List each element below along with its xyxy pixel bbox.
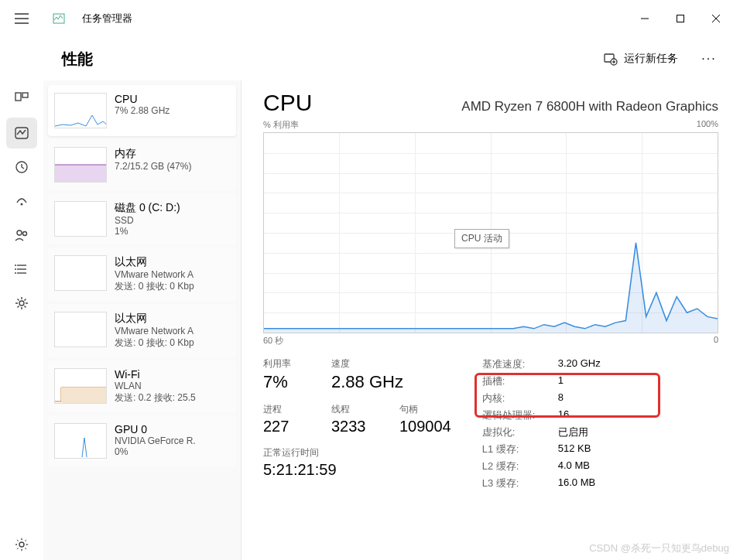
svg-point-16 bbox=[21, 203, 23, 206]
gpu-thumb bbox=[54, 423, 107, 459]
svg-point-23 bbox=[15, 268, 16, 270]
cpu-details-list: 基准速度:3.20 GHz 插槽:1 内核:8 逻辑处理器:16 虚拟化:已启用… bbox=[482, 357, 601, 490]
stat-value-utilization: 7% bbox=[263, 372, 310, 392]
sidebar-item-label: 以太网 bbox=[115, 255, 230, 269]
sidebar-item-label: Wi-Fi bbox=[115, 368, 230, 381]
run-new-task-button[interactable]: 运行新任务 bbox=[594, 47, 687, 70]
titlebar: 任务管理器 bbox=[0, 0, 740, 37]
minimize-button[interactable] bbox=[627, 6, 663, 31]
maximize-button[interactable] bbox=[663, 6, 698, 31]
page-title: 性能 bbox=[62, 49, 93, 70]
svg-rect-12 bbox=[15, 93, 21, 101]
sidebar-item-label: 磁盘 0 (C: D:) bbox=[115, 201, 230, 215]
chart-label-bl: 60 秒 bbox=[263, 335, 283, 347]
hamburger-menu-button[interactable] bbox=[6, 3, 37, 34]
nav-performance[interactable] bbox=[6, 118, 37, 149]
svg-point-24 bbox=[15, 272, 16, 274]
sidebar-item-ethernet-2[interactable]: 以太网VMware Network A发送: 0 接收: 0 Kbp bbox=[48, 304, 236, 357]
nav-app-history[interactable] bbox=[6, 152, 37, 183]
disk-thumb bbox=[54, 201, 107, 237]
performance-sidebar[interactable]: CPU7% 2.88 GHz 内存7.2/15.2 GB (47%) 磁盘 0 … bbox=[43, 80, 242, 560]
nav-settings[interactable] bbox=[6, 529, 37, 560]
run-task-icon bbox=[604, 52, 618, 66]
hamburger-icon bbox=[15, 13, 29, 24]
sidebar-item-memory[interactable]: 内存7.2/15.2 GB (47%) bbox=[48, 139, 236, 190]
memory-thumb bbox=[54, 147, 107, 183]
close-button[interactable] bbox=[698, 6, 734, 31]
stat-value-handles: 109004 bbox=[399, 418, 451, 435]
stat-value-speed: 2.88 GHz bbox=[331, 372, 403, 392]
svg-rect-13 bbox=[22, 93, 28, 97]
sidebar-item-label: GPU 0 bbox=[115, 423, 230, 435]
page-header: 性能 运行新任务 ··· bbox=[0, 37, 740, 80]
svg-rect-27 bbox=[55, 165, 107, 182]
chart-label-br: 0 bbox=[714, 335, 718, 347]
uptime-label: 正常运行时间 bbox=[263, 446, 337, 459]
svg-rect-28 bbox=[61, 388, 107, 403]
chart-label-tr: 100% bbox=[697, 119, 718, 131]
sidebar-item-gpu[interactable]: GPU 0NVIDIA GeForce R.0% bbox=[48, 415, 236, 466]
cpu-model-name: AMD Ryzen 7 6800H with Radeon Graphics bbox=[461, 99, 718, 114]
stat-label: 句柄 bbox=[399, 403, 451, 416]
cpu-thumb bbox=[54, 93, 107, 128]
sidebar-item-label: 内存 bbox=[115, 147, 230, 161]
cpu-heading: CPU bbox=[263, 90, 312, 116]
watermark: CSDN @杀死一只知更鸟debug bbox=[589, 541, 729, 555]
sidebar-item-wifi[interactable]: Wi-FiWLAN发送: 0.2 接收: 25.5 bbox=[48, 360, 236, 412]
eth-thumb bbox=[54, 255, 107, 291]
stat-value-processes: 227 bbox=[263, 418, 310, 435]
content-panel: CPU AMD Ryzen 7 6800H with Radeon Graphi… bbox=[242, 80, 740, 560]
sidebar-item-ethernet-1[interactable]: 以太网VMware Network A发送: 0 接收: 0 Kbp bbox=[48, 248, 236, 301]
run-task-label: 运行新任务 bbox=[624, 52, 678, 66]
chart-tooltip: CPU 活动 bbox=[454, 229, 509, 248]
eth-thumb bbox=[54, 312, 107, 347]
more-button[interactable]: ··· bbox=[694, 46, 725, 71]
chart-label-tl: % 利用率 bbox=[263, 119, 299, 131]
app-title: 任务管理器 bbox=[82, 12, 132, 26]
stat-label: 线程 bbox=[331, 403, 378, 416]
sidebar-item-label: CPU bbox=[115, 93, 230, 105]
uptime-value: 5:21:21:59 bbox=[263, 461, 337, 479]
svg-point-17 bbox=[17, 230, 22, 235]
window-controls bbox=[627, 6, 734, 31]
sidebar-item-cpu[interactable]: CPU7% 2.88 GHz bbox=[48, 85, 236, 136]
wifi-thumb bbox=[54, 368, 107, 404]
stat-label: 速度 bbox=[331, 357, 403, 370]
svg-point-26 bbox=[19, 542, 24, 547]
nav-startup[interactable] bbox=[6, 186, 37, 217]
stat-label: 进程 bbox=[263, 403, 310, 416]
stat-label: 利用率 bbox=[263, 357, 310, 370]
nav-services[interactable] bbox=[6, 288, 37, 319]
svg-point-18 bbox=[23, 232, 27, 236]
nav-processes[interactable] bbox=[6, 84, 37, 114]
cpu-utilization-chart[interactable]: CPU 活动 bbox=[263, 132, 718, 333]
svg-point-25 bbox=[19, 301, 24, 306]
nav-rail bbox=[0, 80, 43, 560]
nav-details[interactable] bbox=[6, 254, 37, 285]
svg-point-22 bbox=[15, 265, 16, 266]
sidebar-item-disk[interactable]: 磁盘 0 (C: D:)SSD1% bbox=[48, 193, 236, 244]
nav-users[interactable] bbox=[6, 220, 37, 251]
sidebar-item-label: 以太网 bbox=[115, 312, 230, 326]
svg-rect-5 bbox=[677, 15, 684, 22]
app-icon bbox=[53, 12, 65, 25]
stat-value-threads: 3233 bbox=[331, 418, 378, 435]
